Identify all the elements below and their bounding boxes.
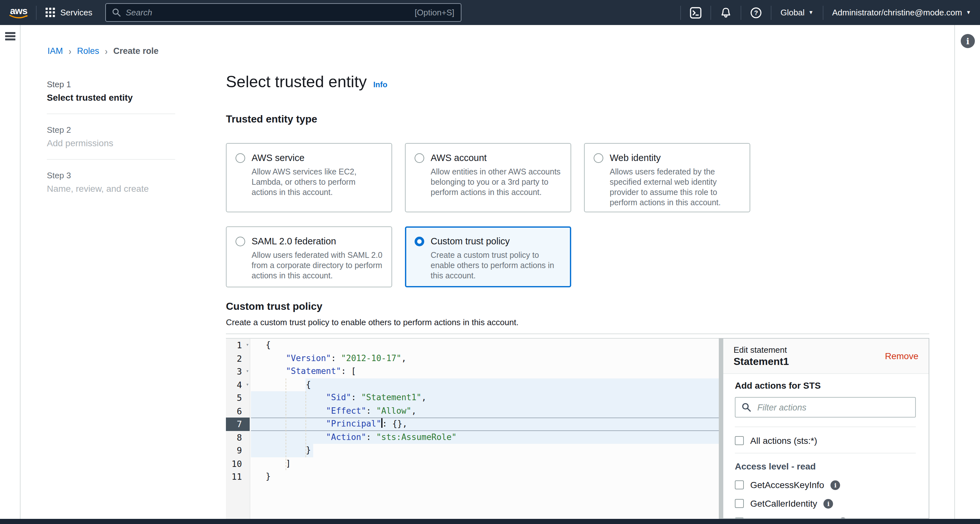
notifications-button[interactable] [711, 0, 741, 25]
card-title-row: Custom trust policy [415, 236, 562, 246]
json-key: "Statement" [286, 366, 341, 376]
info-icon[interactable]: i [824, 499, 834, 508]
left-nav-strip [0, 25, 21, 519]
json-punctuation: { [266, 340, 271, 349]
entity-card-aws-account[interactable]: AWS accountAllow entities in other AWS a… [405, 143, 571, 212]
step-number: Step 3 [47, 171, 175, 180]
code-text: { [251, 340, 271, 349]
wizard-step-name-review-and-create[interactable]: Step 3Name, review, and create [47, 171, 175, 205]
json-string-value: "Statement1" [361, 392, 421, 402]
editor-line-number-gutter: 1▾23▾4▾567891011 [226, 339, 250, 519]
code-fold-arrow-icon[interactable]: ▾ [246, 339, 249, 352]
json-punctuation [266, 392, 326, 402]
action-label: GetAccessKeyInfo [750, 480, 824, 490]
code-text: } [251, 472, 271, 481]
json-key: "Version" [286, 353, 331, 363]
remove-statement-button[interactable]: Remove [885, 351, 918, 361]
region-label: Global [780, 8, 805, 17]
search-input[interactable]: Search [Option+S] [105, 3, 461, 22]
json-punctuation: : [ [341, 366, 356, 376]
panel-divider [735, 427, 916, 427]
action-checkbox-getcalleridentity[interactable] [735, 499, 744, 508]
cloudshell-button[interactable] [681, 0, 710, 25]
account-menu[interactable]: Administrator/christine@mode.com ▼ [823, 0, 980, 25]
code-line-11: } [251, 470, 719, 483]
line-number: 9 [226, 444, 250, 457]
edit-statement-panel: Edit statement Statement1 Remove Add act… [723, 338, 929, 519]
code-line-8: "Action": "sts:AssumeRole" [251, 431, 719, 444]
card-title-row: AWS service [235, 152, 382, 163]
json-punctuation [266, 432, 326, 441]
code-fold-arrow-icon[interactable]: ▾ [246, 378, 249, 391]
filter-actions-input[interactable] [756, 402, 909, 413]
json-punctuation: , [411, 406, 417, 415]
entity-card-saml-2-0-federation[interactable]: SAML 2.0 federationAllow users federated… [226, 226, 392, 287]
nav-right-group: ? Global ▼ Administrator/christine@mode.… [680, 0, 980, 25]
help-button[interactable]: ? [741, 0, 771, 25]
json-punctuation [266, 366, 286, 376]
json-punctuation: , [401, 353, 407, 363]
json-key: "Action" [326, 432, 366, 441]
radio-unselected-icon[interactable] [235, 153, 245, 163]
json-string-value: "sts:AssumeRole" [376, 432, 456, 441]
json-policy-editor[interactable]: 1▾23▾4▾567891011 { "Version": "2012-10-1… [226, 338, 719, 519]
code-text: } [251, 445, 311, 455]
help-question-icon: ? [750, 7, 762, 18]
info-icon[interactable]: i [830, 480, 840, 490]
info-link[interactable]: Info [373, 80, 387, 89]
hamburger-menu-icon[interactable] [5, 32, 15, 42]
search-icon [112, 8, 121, 17]
selection-highlight [306, 378, 719, 391]
radio-selected-icon[interactable] [415, 237, 424, 246]
code-line-7: "Principal": {}, [251, 418, 719, 431]
info-panel-icon[interactable]: i [961, 34, 975, 48]
breadcrumb-roles[interactable]: Roles [77, 46, 99, 56]
line-number: 2 [226, 352, 250, 365]
json-punctuation: } [266, 472, 271, 481]
action-checkbox-getaccesskeyinfo[interactable] [735, 480, 744, 489]
card-title-row: AWS account [415, 152, 562, 163]
services-menu-button[interactable]: Services [37, 8, 102, 17]
card-description: Allows users federated by the specified … [610, 167, 741, 208]
line-number: 11 [226, 470, 250, 483]
all-actions-checkbox[interactable] [735, 436, 744, 445]
policy-editor-region: 1▾23▾4▾567891011 { "Version": "2012-10-1… [226, 338, 929, 519]
entity-card-web-identity[interactable]: Web identityAllows users federated by th… [584, 143, 750, 212]
editor-panel-resize-handle[interactable] [719, 338, 723, 519]
action-label: GetCallerIdentity [750, 499, 817, 509]
step-name: Select trusted entity [47, 92, 175, 103]
region-selector[interactable]: Global ▼ [772, 0, 822, 25]
code-fold-arrow-icon[interactable]: ▾ [246, 365, 249, 378]
line-number: 6 [226, 404, 250, 418]
code-line-9: } [251, 444, 719, 457]
line-number: 7 [226, 418, 250, 431]
radio-unselected-icon[interactable] [235, 237, 245, 246]
step-name: Add permissions [47, 138, 175, 148]
aws-logo-smile [9, 14, 28, 19]
breadcrumb-iam[interactable]: IAM [48, 46, 63, 56]
section-divider [226, 333, 929, 334]
main-content: IAM › Roles › Create role Step 1Select t… [21, 25, 955, 519]
console-footer-bar [0, 519, 980, 524]
json-string-value: "2012-10-17" [341, 353, 401, 363]
wizard-step-add-permissions[interactable]: Step 2Add permissions [47, 125, 175, 160]
services-label: Services [60, 8, 92, 17]
radio-unselected-icon[interactable] [593, 153, 603, 163]
top-navigation-bar: aws Services Search [Option+ [0, 0, 980, 25]
json-string-value: "Allow" [376, 406, 411, 415]
json-punctuation: : {}, [382, 419, 407, 429]
entity-card-custom-trust-policy[interactable]: Custom trust policyCreate a custom trust… [405, 226, 571, 287]
code-text: "Sid": "Statement1", [251, 392, 426, 402]
aws-console-page: aws Services Search [Option+ [0, 0, 980, 524]
trusted-entity-type-heading: Trusted entity type [226, 114, 317, 125]
code-line-6: "Effect": "Allow", [251, 404, 719, 418]
entity-card-aws-service[interactable]: AWS serviceAllow AWS services like EC2, … [226, 143, 392, 212]
card-title-row: SAML 2.0 federation [235, 236, 382, 246]
radio-unselected-icon[interactable] [415, 153, 424, 163]
wizard-step-select-trusted-entity[interactable]: Step 1Select trusted entity [47, 79, 175, 114]
aws-logo[interactable]: aws [9, 6, 28, 19]
code-line-10: ] [251, 457, 719, 470]
code-text: ] [251, 458, 291, 468]
line-number: 4▾ [226, 378, 250, 391]
custom-trust-policy-heading: Custom trust policy [226, 301, 322, 312]
